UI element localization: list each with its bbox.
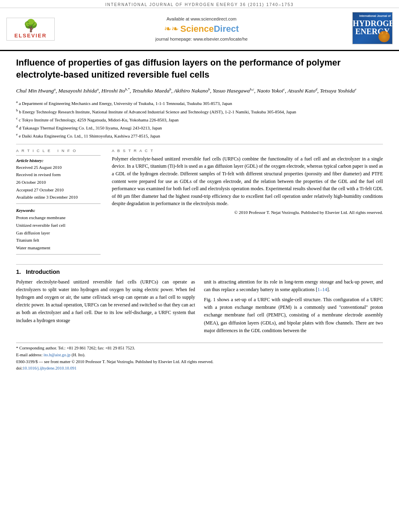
affiliation-b: b b Energy Technology Research Institute…	[16, 107, 383, 115]
authors-line: Chul Min Hwanga, Masayoshi Ishidaa, Hiro…	[16, 86, 383, 95]
available-online: Available online 3 December 2010	[16, 193, 101, 201]
journal-banner: INTERNATIONAL JOURNAL OF HYDROGEN ENERGY…	[0, 0, 399, 8]
elsevier-wordmark: ELSEVIER	[8, 33, 53, 39]
affiliation-d: d d Takasago Thermal Engineering Co. Ltd…	[16, 123, 383, 131]
elsevier-tree-icon: 🌳	[8, 20, 53, 32]
sd-leaves-icon: ❧❧	[164, 24, 179, 34]
sd-wordmark: ScienceDirect	[180, 24, 239, 34]
article-info-label: A R T I C L E I N F O	[16, 148, 101, 153]
info-abstract-section: A R T I C L E I N F O Article history: R…	[16, 148, 383, 257]
keyword-1: Proton exchange membrane	[16, 214, 101, 222]
article-info-top-divider	[16, 155, 101, 156]
body-top-divider	[16, 264, 383, 265]
keyword-3: Gas diffusion layer	[16, 229, 101, 237]
abstract-col: A B S T R A C T Polymer electrolyte-base…	[112, 148, 383, 257]
abstract-text: Polymer electrolyte-based unitized rever…	[112, 155, 383, 207]
article-info-col: A R T I C L E I N F O Article history: R…	[16, 148, 101, 257]
footnote-issn: 0360-3199/$ — see front matter © 2010 Pr…	[16, 359, 383, 366]
header-divider	[16, 144, 383, 144]
keywords-divider	[16, 203, 101, 204]
article-title: Influence of properties of gas diffusion…	[16, 57, 383, 80]
accepted-date: Accepted 27 October 2010	[16, 186, 101, 194]
keywords-list: Proton exchange membrane Unitized revers…	[16, 214, 101, 251]
keyword-4: Titanium felt	[16, 236, 101, 244]
received-date: Received 25 August 2010	[16, 164, 101, 171]
keyword-2: Unitized reversible fuel cell	[16, 222, 101, 229]
footnote-area: * Corresponding author. Tel.: +81 29 861…	[16, 343, 383, 372]
revised-date: 26 October 2010	[16, 179, 101, 186]
journal-cover-thumbnail: International Journal of HYDROGENENERGY	[348, 12, 393, 46]
banner-text: INTERNATIONAL JOURNAL OF HYDROGEN ENERGY…	[105, 2, 294, 7]
abstract-label: A B S T R A C T	[112, 148, 383, 153]
journal-homepage: journal homepage: www.elsevier.com/locat…	[55, 37, 348, 41]
footnote-corresponding: * Corresponding author. Tel.: +81 29 861…	[16, 345, 383, 352]
journal-header: 🌳 ELSEVIER Available at www.sciencedirec…	[0, 8, 399, 51]
doi-link[interactable]: 10.1016/j.ijhydene.2010.10.091	[23, 366, 76, 370]
affiliations: a a Department of Engineering Mechanics …	[16, 99, 383, 140]
available-text: Available at www.sciencedirect.com	[55, 16, 348, 21]
body-two-col: Polymer electrolyte-based unitized rever…	[16, 278, 383, 337]
footnote-doi: doi:10.1016/j.ijhydene.2010.10.091	[16, 365, 383, 372]
affiliation-c: c c Tokyo Institute of Technology, 4259 …	[16, 115, 383, 123]
cover-circle-decoration	[378, 31, 390, 42]
email-link[interactable]: ito.h@aist.go.jp	[43, 353, 70, 357]
main-content: Influence of properties of gas diffusion…	[0, 51, 399, 378]
keywords-label: Keywords:	[16, 208, 101, 213]
section1-heading: 1. Introduction	[16, 269, 383, 275]
journal-cover-image: International Journal of HYDROGENENERGY	[352, 12, 393, 44]
sciencedirect-logo: ❧❧ ScienceDirect	[164, 24, 239, 34]
body-section: 1. Introduction Polymer electrolyte-base…	[16, 264, 383, 337]
revised-label: Received in revised form	[16, 171, 101, 179]
affiliation-a: a a Department of Engineering Mechanics …	[16, 99, 383, 107]
footnote-email: E-mail address: ito.h@aist.go.jp (H. Ito…	[16, 352, 383, 359]
article-dates: Received 25 August 2010 Received in revi…	[16, 164, 101, 201]
intro-left-text: Polymer electrolyte-based unitized rever…	[16, 278, 195, 325]
section1-title: Introduction	[26, 269, 60, 275]
body-right-col: unit is attracting attention for its rol…	[204, 278, 383, 337]
keywords-bottom-divider	[16, 254, 101, 255]
body-left-col: Polymer electrolyte-based unitized rever…	[16, 278, 195, 337]
ref-link-1-14[interactable]: 1–14	[317, 287, 327, 292]
section1-number: 1.	[16, 269, 21, 275]
center-header: Available at www.sciencedirect.com ❧❧ Sc…	[55, 16, 348, 41]
fig1-ref: Fig. 1	[204, 297, 216, 302]
affiliation-e: e e Daiki Ataka Engineering Co. Ltd., 11…	[16, 131, 383, 140]
keyword-5: Water management	[16, 244, 101, 252]
history-label: Article history:	[16, 158, 101, 163]
intro-right-text: unit is attracting attention for its rol…	[204, 278, 383, 335]
copyright-line: © 2010 Professor T. Nejat Veziroglu. Pub…	[112, 210, 383, 215]
elsevier-logo: 🌳 ELSEVIER	[6, 18, 55, 41]
